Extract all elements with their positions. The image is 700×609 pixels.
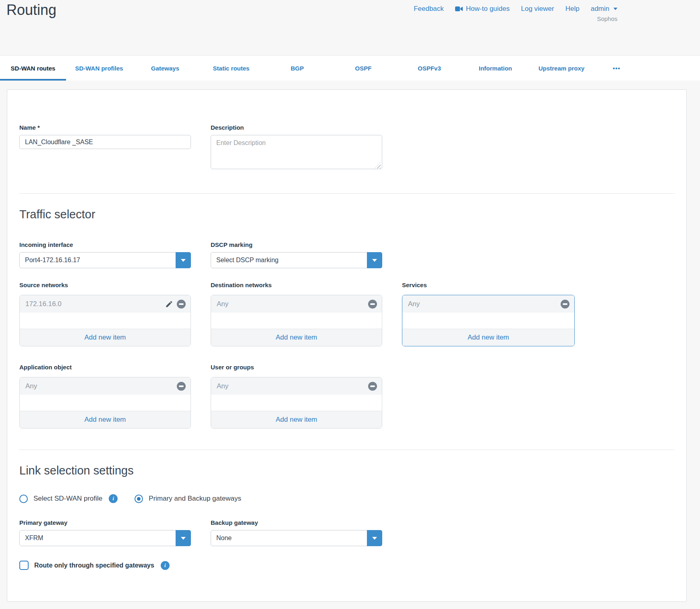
radio-option-sdwan-profile[interactable]: Select SD-WAN profile i: [19, 494, 118, 503]
dscp-marking-label: DSCP marking: [211, 241, 382, 248]
radio-button-selected[interactable]: [135, 495, 143, 503]
primary-gateway-label: Primary gateway: [19, 519, 191, 526]
feedback-link[interactable]: Feedback: [414, 5, 444, 13]
services-box: Any Add new item: [402, 295, 575, 346]
chevron-down-icon: [372, 259, 377, 262]
remove-icon[interactable]: [177, 300, 186, 309]
interface-dscp-row: Incoming interface Port4-172.16.16.17 DS…: [19, 241, 674, 268]
general-section: Name * Description: [19, 124, 674, 171]
howto-guides-link[interactable]: How-to guides: [455, 5, 510, 13]
admin-menu[interactable]: admin: [591, 5, 617, 13]
destination-networks-box: Any Add new item: [211, 295, 382, 346]
tab-ospf[interactable]: OSPF: [330, 56, 396, 81]
chevron-down-icon: [181, 537, 186, 540]
link-selection-options: Select SD-WAN profile i Primary and Back…: [19, 494, 674, 503]
content-panel: Name * Description Traffic selector Inco…: [7, 89, 687, 602]
add-new-item-button[interactable]: Add new item: [211, 329, 382, 346]
tab-sdwan-profiles[interactable]: SD-WAN profiles: [66, 56, 132, 81]
incoming-interface-label: Incoming interface: [19, 241, 191, 248]
incoming-interface-select[interactable]: Port4-172.16.16.17: [19, 252, 191, 268]
user-or-groups-box: Any Add new item: [211, 377, 382, 429]
description-textarea[interactable]: [211, 135, 382, 169]
brand-label: Sophos: [414, 15, 617, 22]
list-item: Any: [211, 377, 382, 395]
add-new-item-button[interactable]: Add new item: [402, 329, 574, 346]
list-empty-area: [211, 313, 382, 329]
dropdown-button[interactable]: [176, 252, 191, 268]
list-item: Any: [211, 295, 382, 313]
name-label: Name *: [19, 124, 191, 131]
info-icon[interactable]: i: [109, 494, 118, 503]
tab-more-menu[interactable]: •••: [594, 56, 639, 81]
page-header: Routing Feedback How-to guides Log viewe…: [0, 0, 700, 55]
section-divider: [19, 193, 674, 194]
route-only-row: Route only through specified gateways i: [19, 561, 674, 570]
list-empty-area: [20, 395, 191, 411]
tab-static-routes[interactable]: Static routes: [198, 56, 264, 81]
help-link[interactable]: Help: [565, 5, 580, 13]
backup-gateway-select[interactable]: None: [211, 530, 382, 546]
gateway-row: Primary gateway XFRM Backup gateway None: [19, 519, 674, 546]
video-camera-icon: [455, 6, 463, 12]
remove-icon[interactable]: [368, 382, 377, 391]
add-new-item-button[interactable]: Add new item: [20, 411, 191, 428]
dropdown-button[interactable]: [367, 252, 382, 268]
networks-row: Source networks 172.16.16.0 Add new item…: [19, 282, 674, 346]
list-empty-area: [211, 395, 382, 411]
tab-upstream-proxy[interactable]: Upstream proxy: [528, 56, 594, 81]
application-object-box: Any Add new item: [19, 377, 191, 429]
tab-information[interactable]: Information: [462, 56, 528, 81]
chevron-down-icon: [613, 8, 617, 10]
dropdown-button[interactable]: [176, 530, 191, 546]
tab-bar: SD-WAN routes SD-WAN profiles Gateways S…: [0, 55, 700, 81]
traffic-selector-heading: Traffic selector: [19, 207, 674, 221]
remove-icon[interactable]: [177, 382, 186, 391]
source-networks-box: 172.16.16.0 Add new item: [19, 295, 191, 346]
tab-bgp[interactable]: BGP: [264, 56, 330, 81]
radio-button[interactable]: [19, 495, 28, 503]
name-input[interactable]: [19, 135, 191, 149]
edit-icon[interactable]: [165, 300, 173, 308]
tab-ospfv3[interactable]: OSPFv3: [396, 56, 462, 81]
chevron-down-icon: [372, 537, 377, 540]
chevron-down-icon: [181, 259, 186, 262]
description-label: Description: [211, 124, 382, 131]
list-item: Any: [402, 295, 574, 313]
remove-icon[interactable]: [561, 300, 570, 309]
tab-sdwan-routes[interactable]: SD-WAN routes: [0, 56, 66, 81]
remove-icon[interactable]: [368, 300, 377, 309]
app-users-row: Application object Any Add new item User…: [19, 364, 674, 429]
user-or-groups-label: User or groups: [211, 364, 382, 371]
source-networks-label: Source networks: [19, 282, 191, 288]
route-only-checkbox[interactable]: [19, 561, 29, 570]
tab-gateways[interactable]: Gateways: [132, 56, 198, 81]
info-icon[interactable]: i: [161, 561, 170, 570]
section-divider: [19, 450, 674, 450]
header-links: Feedback How-to guides Log viewer Help a…: [414, 5, 617, 22]
radio-option-primary-backup[interactable]: Primary and Backup gateways: [135, 495, 241, 503]
list-empty-area: [402, 313, 574, 329]
add-new-item-button[interactable]: Add new item: [211, 411, 382, 428]
services-label: Services: [402, 282, 575, 288]
link-selection-heading: Link selection settings: [19, 464, 674, 477]
application-object-label: Application object: [19, 364, 191, 371]
list-empty-area: [20, 313, 191, 329]
add-new-item-button[interactable]: Add new item: [20, 329, 191, 346]
route-only-label: Route only through specified gateways: [34, 562, 154, 569]
dscp-marking-select[interactable]: Select DSCP marking: [211, 252, 382, 268]
log-viewer-link[interactable]: Log viewer: [521, 5, 554, 13]
primary-gateway-select[interactable]: XFRM: [19, 530, 191, 546]
list-item: Any: [20, 377, 191, 395]
list-item: 172.16.16.0: [20, 295, 191, 313]
page-title: Routing: [6, 2, 56, 19]
destination-networks-label: Destination networks: [211, 282, 382, 288]
dropdown-button[interactable]: [367, 530, 382, 546]
backup-gateway-label: Backup gateway: [211, 519, 382, 526]
